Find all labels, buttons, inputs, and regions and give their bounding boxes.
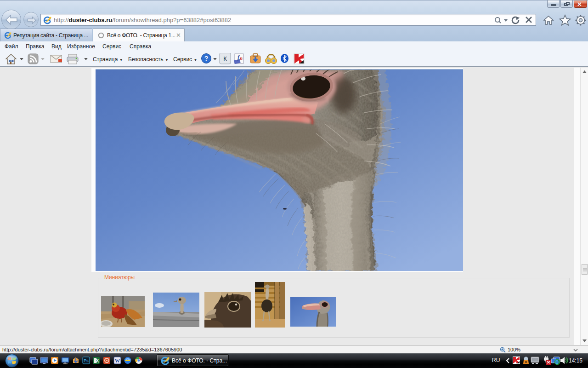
svg-text:W: W — [115, 358, 120, 363]
svg-text:?: ? — [204, 55, 209, 62]
svg-text:n: n — [240, 55, 243, 61]
svg-text:X: X — [96, 358, 99, 363]
svg-text:Ps: Ps — [84, 358, 89, 363]
svg-text:К: К — [223, 55, 227, 62]
